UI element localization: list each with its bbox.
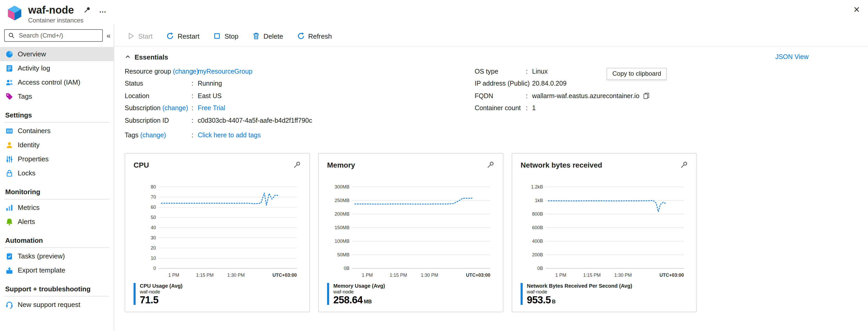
colon-separator: :	[191, 68, 198, 75]
copy-tooltip: Copy to clipboard	[607, 68, 667, 80]
toolbar: StartRestartStopDeleteRefresh	[125, 28, 868, 44]
metric-card-cpu: CPU010203040506070801 PM1:15 PM1:30 PMUT…	[125, 153, 310, 312]
chart-title: Memory	[327, 161, 355, 169]
essentials-label: IP address (Public)	[475, 80, 526, 87]
alerts-icon	[5, 217, 13, 226]
essentials-left-column: Resource group (change):myResourceGroupS…	[125, 65, 475, 141]
sidebar-item-label: Identity	[18, 141, 40, 149]
activity-log-icon	[5, 64, 13, 72]
sidebar-item-label: New support request	[18, 301, 80, 308]
change-link[interactable]: (change)	[161, 105, 188, 112]
essentials-value-resource-group[interactable]: myResourceGroup	[198, 68, 252, 75]
sidebar-item-identity[interactable]: Identity	[0, 138, 114, 152]
essentials-value-fqdn: wallarm-waf.eastus.azurecontainer.io	[532, 92, 639, 100]
svg-text:0B: 0B	[537, 266, 543, 271]
svg-text:1:30 PM: 1:30 PM	[227, 273, 245, 278]
change-link[interactable]: (change)	[138, 132, 166, 139]
search-input[interactable]	[18, 31, 99, 40]
search-icon	[8, 32, 15, 39]
sidebar-item-access-control-iam[interactable]: Access control (IAM)	[0, 75, 114, 89]
containers-icon	[5, 127, 13, 135]
toolbar-button-delete[interactable]: Delete	[250, 31, 285, 41]
main-content: StartRestartStopDeleteRefresh Essentials…	[114, 24, 868, 331]
toolbar-button-label: Stop	[224, 32, 239, 40]
access-control-icon	[5, 78, 13, 86]
metric-card-memory: Memory0B50MB100MB150MB200MB250MB300MB1 P…	[318, 153, 503, 312]
essentials-value-container-count: 1	[532, 105, 536, 112]
sidebar-item-new-support-request[interactable]: New support request	[0, 298, 114, 312]
sidebar-item-locks[interactable]: Locks	[0, 166, 114, 180]
sidebar-item-label: Overview	[18, 50, 46, 58]
sidebar-item-label: Metrics	[18, 203, 40, 212]
search-box	[4, 29, 103, 42]
essentials-value-subscription-id: c0d303cb-4407-4a5f-aafe-b4d2f1ff790c	[198, 117, 312, 124]
essentials-value-os-type: Linux	[532, 68, 548, 75]
restart-icon	[166, 32, 175, 40]
sidebar-item-alerts[interactable]: Alerts	[0, 215, 114, 229]
sidebar-group-title-monitoring: Monitoring	[4, 187, 110, 199]
toolbar-button-stop[interactable]: Stop	[211, 31, 241, 41]
toolbar-button-start[interactable]: Start	[125, 31, 155, 41]
essentials-value-tags[interactable]: Click here to add tags	[198, 132, 261, 139]
sidebar-group-title-automation: Automation	[4, 236, 110, 248]
colon-separator: :	[191, 105, 198, 112]
svg-text:50MB: 50MB	[337, 252, 349, 257]
svg-text:40: 40	[151, 225, 156, 230]
sidebar-item-containers[interactable]: Containers	[0, 124, 114, 138]
essentials-label: FQDN	[475, 92, 526, 100]
stop-icon	[213, 32, 221, 40]
svg-text:400B: 400B	[532, 239, 543, 244]
support-request-icon	[5, 300, 13, 309]
svg-text:70: 70	[151, 194, 156, 200]
legend-metric-name: Network Bytes Received Per Second (Avg)	[527, 283, 632, 289]
more-actions-icon[interactable]: …	[99, 7, 107, 12]
play-icon	[127, 32, 135, 40]
toolbar-button-refresh[interactable]: Refresh	[294, 31, 334, 41]
essentials-label: Subscription (change)	[125, 105, 191, 112]
chart-title: CPU	[133, 161, 149, 169]
essentials-body: Resource group (change):myResourceGroupS…	[125, 65, 868, 141]
pin-icon[interactable]	[84, 6, 91, 13]
legend-value: 258.64	[333, 295, 363, 305]
sidebar-item-label: Alerts	[18, 218, 35, 225]
copy-icon[interactable]	[642, 92, 650, 100]
close-icon[interactable]: ×	[854, 4, 860, 15]
json-view-link[interactable]: JSON View	[775, 53, 809, 60]
svg-text:800B: 800B	[532, 212, 543, 217]
essentials-label: Tags (change)	[125, 132, 191, 139]
svg-text:1 PM: 1 PM	[555, 273, 566, 278]
chart-plot: 0B200B400B600B800B1kB1.2kB1 PM1:15 PM1:3…	[521, 171, 689, 281]
essentials-header: Essentials JSON View	[125, 51, 809, 63]
pin-icon[interactable]	[292, 161, 301, 169]
svg-text:UTC+03:00: UTC+03:00	[466, 273, 490, 278]
sidebar-collapse-icon[interactable]: «	[106, 31, 111, 40]
sidebar-item-label: Activity log	[18, 64, 50, 72]
sidebar-item-properties[interactable]: Properties	[0, 152, 114, 166]
toolbar-button-label: Restart	[178, 32, 199, 40]
essentials-title[interactable]: Essentials	[134, 53, 168, 61]
toolbar-button-restart[interactable]: Restart	[164, 31, 202, 41]
essentials-value-location: East US	[198, 92, 222, 100]
sidebar-item-tags[interactable]: Tags	[0, 89, 114, 103]
sidebar-item-label: Tags	[18, 92, 32, 100]
essentials-value-subscription[interactable]: Free Trial	[198, 105, 225, 112]
essentials-row-tags: Tags (change):Click here to add tags	[125, 129, 475, 141]
sidebar-item-overview[interactable]: Overview	[0, 47, 114, 61]
svg-text:60: 60	[151, 205, 156, 210]
pin-icon[interactable]	[486, 161, 495, 169]
sidebar-item-activity-log[interactable]: Activity log	[0, 61, 114, 75]
essentials-row-fqdn: FQDN:wallarm-waf.eastus.azurecontainer.i…	[475, 90, 650, 102]
essentials-label: Location	[125, 92, 191, 100]
sidebar-item-tasks-preview[interactable]: Tasks (preview)	[0, 249, 114, 263]
sidebar-search-row: «	[0, 29, 114, 42]
container-instances-logo	[6, 5, 23, 21]
pin-icon[interactable]	[680, 161, 688, 169]
toolbar-divider	[114, 46, 868, 47]
sidebar-item-metrics[interactable]: Metrics	[0, 200, 114, 215]
essentials-chevron-icon[interactable]	[125, 54, 131, 60]
colon-separator: :	[526, 80, 532, 87]
sidebar-item-label: Export template	[18, 266, 65, 274]
toolbar-button-label: Start	[138, 32, 153, 40]
sidebar-item-export-template[interactable]: Export template	[0, 263, 114, 277]
essentials-row-container-count: Container count:1	[475, 102, 650, 114]
